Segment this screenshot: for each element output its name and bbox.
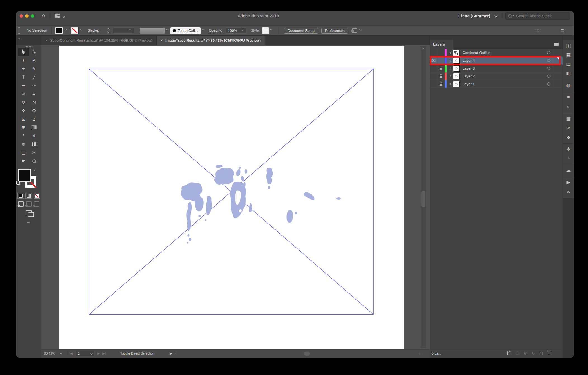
tab-layers[interactable]: Layers bbox=[430, 40, 453, 49]
stroke-weight-field[interactable] bbox=[113, 28, 134, 34]
mesh-tool[interactable]: ⊞ bbox=[18, 123, 29, 132]
zoom-window-button[interactable] bbox=[31, 14, 34, 18]
minimize-window-button[interactable] bbox=[25, 14, 29, 18]
selection-tool[interactable] bbox=[18, 48, 29, 56]
visibility-toggle[interactable] bbox=[430, 80, 437, 88]
user-account-button[interactable]: Elena (Summer) bbox=[458, 13, 490, 18]
close-window-button[interactable] bbox=[20, 14, 23, 18]
eraser-tool[interactable]: ▰ bbox=[29, 90, 39, 98]
gradient-tool[interactable] bbox=[29, 123, 39, 132]
control-panel-menu-icon[interactable]: ≣ bbox=[561, 28, 564, 33]
stroke-icon[interactable]: ≡ bbox=[563, 93, 574, 102]
opacity-field[interactable]: 100% bbox=[225, 28, 246, 34]
hand-tool[interactable]: ☛ bbox=[18, 157, 29, 165]
user-chevron-icon[interactable] bbox=[494, 14, 498, 18]
pen-tool[interactable]: ✒ bbox=[18, 65, 29, 73]
workspace-chevron-icon[interactable] bbox=[62, 14, 66, 18]
draw-normal-icon[interactable] bbox=[18, 201, 24, 207]
color-guide-icon[interactable]: ◔ bbox=[563, 154, 574, 163]
target-circle[interactable] bbox=[547, 75, 550, 78]
new-sublayer-icon[interactable]: ↳ bbox=[532, 351, 535, 355]
lock-toggle[interactable] bbox=[437, 49, 445, 56]
collect-for-export-icon[interactable] bbox=[507, 351, 511, 355]
fill-color-swatch[interactable] bbox=[55, 27, 63, 34]
vertical-scroll-thumb[interactable] bbox=[421, 191, 425, 207]
lock-toggle[interactable] bbox=[437, 57, 445, 64]
stroke-weight-down-icon[interactable] bbox=[108, 30, 110, 33]
direct-selection-tool[interactable] bbox=[29, 48, 39, 56]
last-artboard-icon[interactable]: ▶| bbox=[102, 352, 106, 355]
layer-row-layer-3[interactable]: Layer 3 bbox=[430, 65, 563, 72]
preferences-button[interactable]: Preferences bbox=[321, 28, 348, 34]
slice-tool[interactable]: ✂ bbox=[29, 148, 39, 157]
horizontal-scroll-thumb[interactable] bbox=[304, 352, 310, 356]
scroll-right-icon[interactable]: › bbox=[419, 351, 421, 355]
artboard[interactable] bbox=[59, 46, 404, 349]
visibility-toggle[interactable] bbox=[430, 65, 437, 72]
visibility-toggle[interactable] bbox=[430, 72, 437, 80]
variable-width-profile-select[interactable]: Touch Call... bbox=[170, 27, 201, 34]
home-icon[interactable]: ⌂ bbox=[42, 12, 45, 19]
fill-chevron-icon[interactable] bbox=[65, 28, 67, 30]
draw-behind-icon[interactable] bbox=[26, 201, 32, 207]
layer-row-layer-1[interactable]: Layer 1 bbox=[430, 80, 563, 88]
tab-supercontinent-remnants[interactable]: × SuperContinent Remnants.ai* @ 104.25% … bbox=[41, 36, 157, 45]
next-artboard-icon[interactable]: ▶ bbox=[97, 352, 100, 355]
delete-layer-icon[interactable] bbox=[548, 352, 551, 355]
symbols-icon[interactable]: ♣ bbox=[563, 132, 574, 142]
paintbrush-tool[interactable]: ✑ bbox=[29, 81, 39, 90]
target-circle[interactable] bbox=[547, 67, 550, 70]
curvature-tool[interactable]: ✎ bbox=[29, 65, 39, 73]
layer-row-layer-4[interactable]: Layer 4 bbox=[430, 57, 563, 65]
creative-cloud-icon[interactable]: ☁ bbox=[563, 166, 574, 175]
puppet-warp-tool[interactable]: ✪ bbox=[29, 106, 39, 115]
swap-fill-stroke-icon[interactable]: ⤸ bbox=[34, 167, 35, 171]
scroll-up-icon[interactable] bbox=[422, 48, 424, 50]
width-tool[interactable]: ✜ bbox=[18, 106, 29, 115]
zoom-chevron-icon[interactable] bbox=[60, 352, 62, 354]
panel-grip[interactable] bbox=[18, 27, 20, 34]
perspective-grid-tool[interactable]: ⊿ bbox=[29, 115, 39, 123]
artboard-number-field[interactable]: 1 bbox=[75, 351, 94, 356]
stroke-color-swatch[interactable] bbox=[71, 27, 78, 34]
tooldock-collapse-button[interactable]: « bbox=[16, 36, 41, 45]
links-icon[interactable]: ∞ bbox=[563, 187, 574, 196]
type-tool[interactable]: T bbox=[18, 73, 29, 81]
vertical-scrollbar[interactable] bbox=[421, 46, 426, 348]
close-tab-icon[interactable]: × bbox=[45, 38, 48, 42]
brush-chevron-icon[interactable] bbox=[166, 28, 168, 30]
graph-tool[interactable] bbox=[29, 140, 39, 148]
free-transform-tool[interactable]: ⊡ bbox=[18, 115, 29, 123]
align-icon[interactable]: ▤ bbox=[563, 60, 574, 69]
make-clipping-mask-icon[interactable]: ◱ bbox=[524, 351, 527, 355]
edit-toolbar-icon[interactable]: ⋯ bbox=[16, 220, 41, 224]
lasso-tool[interactable]: ⊰ bbox=[29, 56, 39, 65]
blend-tool[interactable]: ❖ bbox=[29, 132, 39, 140]
color-icon[interactable]: ❋ bbox=[563, 144, 574, 154]
canvas-viewport[interactable] bbox=[41, 45, 430, 349]
profile-chevron-icon[interactable] bbox=[202, 28, 204, 30]
artboard-tool[interactable]: ❏ bbox=[18, 148, 29, 157]
lock-toggle[interactable] bbox=[437, 80, 445, 88]
visibility-toggle[interactable] bbox=[430, 57, 437, 64]
opacity-label[interactable]: Opacity: bbox=[209, 28, 222, 33]
actions-icon[interactable]: ▶ bbox=[563, 178, 574, 187]
rectangle-tool[interactable]: ▭ bbox=[18, 81, 29, 90]
lock-toggle[interactable] bbox=[437, 65, 445, 72]
locate-object-icon[interactable] bbox=[516, 351, 519, 355]
swatches-icon[interactable]: ▩ bbox=[563, 114, 574, 123]
shape-builder-icon[interactable]: ◍ bbox=[563, 81, 574, 90]
draw-inside-icon[interactable] bbox=[34, 201, 39, 207]
scroll-left-icon[interactable]: ‹ bbox=[175, 351, 177, 355]
lock-toggle[interactable] bbox=[437, 72, 445, 80]
stroke-chevron-icon[interactable] bbox=[80, 28, 82, 30]
layer-row-continent-outline[interactable]: Continent Outline bbox=[430, 49, 563, 57]
expand-chevron-icon[interactable] bbox=[449, 75, 451, 77]
layer-row-layer-2[interactable]: Layer 2 bbox=[430, 72, 563, 80]
scale-tool[interactable]: ⇲ bbox=[29, 98, 39, 106]
first-artboard-icon[interactable]: |◀ bbox=[69, 352, 73, 355]
visibility-toggle[interactable] bbox=[430, 49, 437, 56]
artboards-icon[interactable]: ▦ bbox=[563, 50, 574, 60]
brushes-icon[interactable]: ✑ bbox=[563, 123, 574, 132]
zoom-level[interactable]: 80.43% bbox=[44, 352, 55, 355]
